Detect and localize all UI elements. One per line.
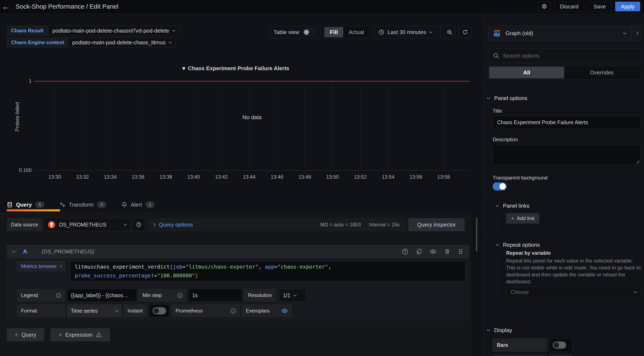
- drag-handle-icon[interactable]: [458, 248, 464, 255]
- table-view-toggle[interactable]: [303, 28, 316, 36]
- x-axis-tick-label: 13:34: [104, 174, 116, 180]
- promql-token: "100.000000": [157, 273, 195, 279]
- chevron-right-icon: [635, 31, 638, 35]
- search-options-input[interactable]: [488, 48, 640, 63]
- legend-input[interactable]: [67, 289, 137, 302]
- tab-alert[interactable]: Alert 1: [122, 201, 155, 208]
- refresh-button[interactable]: [458, 26, 472, 38]
- tab-query[interactable]: Query 1: [7, 201, 44, 208]
- section-heading: Panel links: [503, 202, 530, 209]
- visualization-picker[interactable]: Graph (old): [488, 26, 631, 41]
- database-icon: [7, 202, 13, 208]
- datasource-help-button[interactable]: [132, 218, 145, 231]
- chevron-down-icon: [487, 96, 490, 99]
- button-label: Add link: [517, 215, 534, 221]
- gridline: [305, 81, 305, 171]
- panel-title-header[interactable]: ♥Chaos Experiment Probe Failure Alerts: [0, 65, 472, 72]
- panel-description-textarea[interactable]: [493, 144, 640, 165]
- section-indent-guide: [498, 211, 498, 232]
- transform-icon: [60, 202, 66, 208]
- metrics-browser-button[interactable]: Metrics browser: [17, 261, 66, 272]
- panel-title-input[interactable]: [493, 116, 640, 129]
- x-axis-tick-label: 13:36: [132, 174, 144, 180]
- no-data-message: No data: [35, 114, 469, 121]
- toggle-viz-picker-button[interactable]: [632, 26, 642, 41]
- add-query-button[interactable]: + Query: [7, 328, 44, 341]
- info-icon[interactable]: i: [56, 293, 61, 298]
- copy-icon[interactable]: [416, 248, 422, 255]
- repeat-variable-select[interactable]: Choose: [506, 287, 641, 298]
- interval-info: Interval = 15s: [369, 222, 400, 228]
- gridline: [138, 81, 138, 171]
- warning-icon: [96, 332, 102, 338]
- trash-icon[interactable]: [444, 248, 450, 255]
- fill-segment[interactable]: Fill: [324, 27, 344, 37]
- variable-select-chaos-engine[interactable]: podtato-main-pod-delete-chaos_litmus: [68, 37, 176, 47]
- section-display[interactable]: Display: [487, 327, 512, 334]
- eye-icon[interactable]: [430, 248, 436, 255]
- back-arrow-icon[interactable]: ←: [0, 0, 12, 13]
- graph-panel-icon: [493, 29, 501, 37]
- search-icon: [493, 52, 500, 59]
- selected-value: 1/1: [283, 292, 290, 298]
- x-axis-tick-label: 13:30: [48, 174, 61, 180]
- help-icon[interactable]: [402, 248, 408, 255]
- x-axis-tick-label: 13:56: [410, 174, 422, 180]
- scrollbar-thumb[interactable]: [476, 218, 477, 252]
- query-row-actions: [402, 248, 464, 255]
- panel-settings-button[interactable]: ⚙: [538, 2, 551, 11]
- save-button[interactable]: Save: [588, 2, 612, 11]
- exemplars-eye-icon[interactable]: [281, 308, 288, 314]
- promql-expression[interactable]: litmuschaos_experiment_verdict{job="litm…: [70, 261, 466, 281]
- resolution-select[interactable]: 1/1: [279, 289, 306, 302]
- help-icon: [136, 221, 141, 228]
- instant-toggle[interactable]: [152, 307, 166, 314]
- datasource-picker[interactable]: DS_PROMETHEUS: [44, 218, 130, 231]
- query-inspector-button[interactable]: Query inspector: [408, 218, 465, 231]
- datasource-value: DS_PROMETHEUS: [59, 222, 106, 228]
- format-field-label: Format: [17, 304, 65, 317]
- section-repeat-options[interactable]: Repeat options: [496, 242, 540, 248]
- zoom-out-button[interactable]: [444, 29, 455, 35]
- transparent-bg-toggle[interactable]: [493, 182, 506, 190]
- format-select[interactable]: Time series: [67, 304, 122, 317]
- apply-button[interactable]: Apply: [615, 2, 640, 11]
- chevron-down-icon: [496, 243, 499, 246]
- section-panel-links[interactable]: Panel links: [496, 202, 530, 209]
- add-link-button[interactable]: + Add link: [506, 213, 540, 224]
- discard-button[interactable]: Discard: [554, 2, 584, 11]
- actual-segment[interactable]: Actual: [343, 27, 369, 37]
- heart-icon: ♥: [182, 65, 185, 71]
- info-icon[interactable]: i: [231, 309, 236, 313]
- panel-options-sidebar: Graph (old) All Overrides Panel options …: [484, 13, 644, 356]
- min-step-input[interactable]: [188, 289, 242, 302]
- query-options-toggle[interactable]: Query options: [159, 221, 193, 228]
- plot-area[interactable]: No data: [35, 81, 469, 171]
- tab-label: Transform: [69, 201, 94, 208]
- x-axis-tick-label: 13:58: [437, 174, 450, 180]
- filter-overrides-segment[interactable]: Overrides: [564, 67, 639, 78]
- variable-label-chaos-engine: Chaos Engine context: [7, 37, 68, 47]
- time-range-group: Last 30 minutes: [374, 26, 455, 38]
- query-row-header[interactable]: A (DS_PROMETHEUS): [7, 245, 469, 258]
- tab-transform[interactable]: Transform 0: [60, 201, 106, 208]
- time-range-picker[interactable]: Last 30 minutes: [374, 29, 436, 35]
- prometheus-field-label: Prometheus i: [171, 304, 240, 317]
- promql-token: job: [173, 264, 182, 270]
- section-indent-guide: [498, 250, 498, 298]
- variable-select-chaos-result[interactable]: podtato-main-pod-delete-chaosnl7vd-pod-d…: [48, 26, 179, 36]
- resize-grip[interactable]: [636, 160, 639, 164]
- add-expression-button[interactable]: + Expression: [50, 328, 110, 341]
- view-toolbar: Table view Fill Actual Last 30 minutes: [270, 26, 472, 38]
- x-axis-tick-label: 13:54: [382, 174, 394, 180]
- section-panel-options[interactable]: Panel options: [487, 95, 528, 102]
- filter-all-segment[interactable]: All: [489, 67, 564, 78]
- bars-toggle[interactable]: [553, 342, 566, 349]
- plus-icon: +: [511, 215, 514, 222]
- chevron-down-icon: [172, 28, 176, 32]
- clock-icon: [378, 29, 384, 35]
- bell-icon: [122, 202, 127, 208]
- query-options-bar: Query options MD = auto = 1853 Interval …: [147, 218, 405, 231]
- info-icon[interactable]: i: [178, 293, 182, 298]
- repeat-description: Repeat this panel for each value in the …: [506, 257, 642, 285]
